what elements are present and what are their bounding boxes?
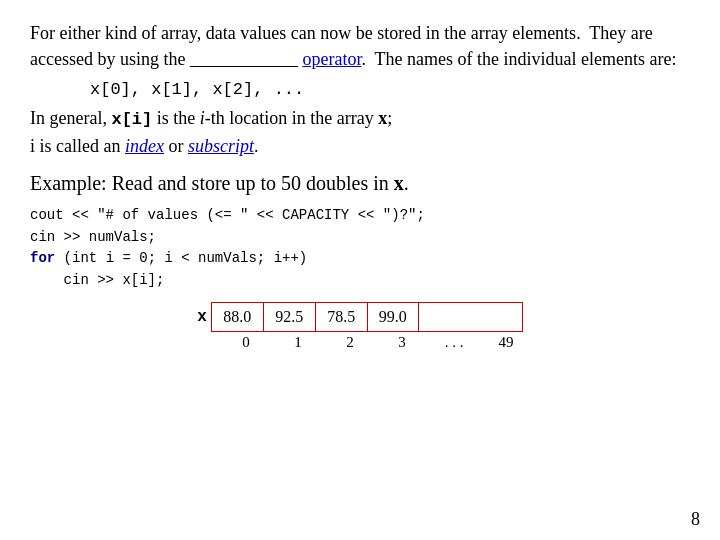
index-0: 0	[220, 334, 272, 351]
para1-text2: . The names of the individual elements a…	[361, 49, 676, 69]
array-cell-2: 78.5	[315, 302, 367, 332]
para2-text2: is the i-th location in the array x;	[152, 108, 392, 128]
para2-code-xi: x[i]	[111, 110, 152, 129]
para2-subscript: subscript	[188, 136, 254, 156]
array-cell-0: 88.0	[211, 302, 263, 332]
index-3: 3	[376, 334, 428, 351]
paragraph-1: For either kind of array, data values ca…	[30, 20, 690, 72]
array-indices: 0 1 2 3 . . . 49	[220, 334, 532, 351]
index-2: 2	[324, 334, 376, 351]
code-line-4: cin >> x[i];	[30, 270, 690, 292]
code-line-3: for (int i = 0; i < numVals; i++)	[30, 248, 690, 270]
para2-text1: In general,	[30, 108, 111, 128]
index-1: 1	[272, 334, 324, 351]
para2-text3: i is called an	[30, 136, 125, 156]
index-49: 49	[480, 334, 532, 351]
array-cell-1: 92.5	[263, 302, 315, 332]
indented-code-line: x[0], x[1], x[2], ...	[90, 80, 690, 99]
para2-or: or	[164, 136, 188, 156]
page-number: 8	[691, 509, 700, 530]
para1-blank: ____________	[190, 49, 298, 69]
code-line-1: cout << "# of values (<= " << CAPACITY <…	[30, 205, 690, 227]
para1-operator: operator	[302, 49, 361, 69]
paragraph-2: In general, x[i] is the i-th location in…	[30, 105, 690, 159]
array-cell-3: 99.0	[367, 302, 419, 332]
array-diagram: x 88.0 92.5 78.5 99.0 0 1 2 3 . . . 49	[30, 302, 690, 351]
example-line: Example: Read and store up to 50 doubles…	[30, 169, 690, 197]
example-text: Example: Read and store up to 50 doubles…	[30, 172, 409, 194]
index-dots: . . .	[428, 334, 480, 351]
code-block: cout << "# of values (<= " << CAPACITY <…	[30, 205, 690, 292]
para2-index: index	[125, 136, 164, 156]
array-cells: 88.0 92.5 78.5 99.0	[211, 302, 523, 332]
code-line-2: cin >> numVals;	[30, 227, 690, 249]
array-row: x 88.0 92.5 78.5 99.0	[197, 302, 523, 332]
array-label: x	[197, 308, 207, 326]
array-empty-cells	[419, 302, 523, 332]
para2-end: .	[254, 136, 259, 156]
